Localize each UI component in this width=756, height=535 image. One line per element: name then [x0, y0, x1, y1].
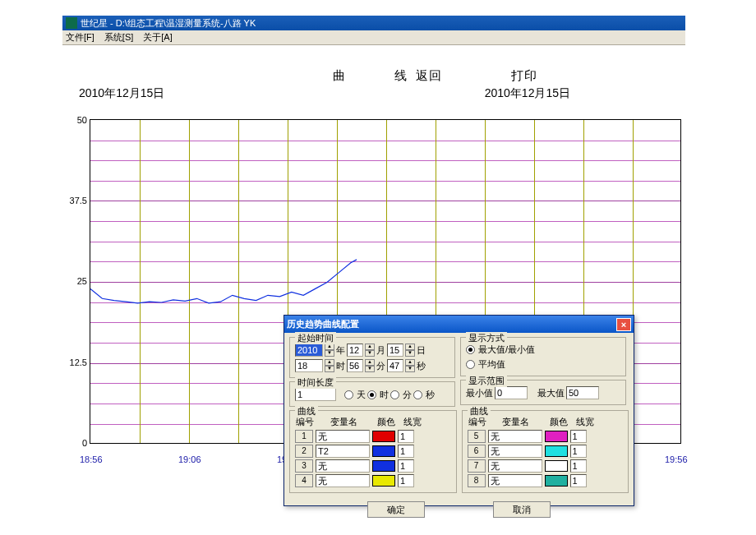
- curve-width-input[interactable]: [398, 459, 414, 473]
- col-width: 线宽: [400, 416, 425, 428]
- day-label: 日: [417, 344, 426, 357]
- min-spinner[interactable]: ▲▼: [365, 359, 375, 372]
- curve-row: 1: [295, 430, 451, 443]
- curve-id-button[interactable]: 5: [468, 430, 486, 443]
- cancel-button[interactable]: 取消: [493, 501, 551, 518]
- sec-input[interactable]: [387, 359, 403, 372]
- curve-id-button[interactable]: 1: [295, 430, 313, 443]
- hour-input[interactable]: [295, 359, 323, 372]
- unit-day-label: 天: [357, 389, 366, 401]
- curves-left-group: 曲线 编号 变量名 颜色 线宽 1234: [289, 410, 457, 493]
- curve-var-input[interactable]: [488, 430, 542, 443]
- curve-color-swatch[interactable]: [545, 460, 568, 472]
- window-title: 世纪星 - D:\组态工程\温湿测量系统-八路 YK: [81, 17, 256, 30]
- start-time-group: 起始时间 ▲▼ 年 ▲▼ 月 ▲▼ 日 ▲▼ 时 ▲▼: [289, 337, 455, 378]
- header-buttons: 返回 打印: [350, 68, 537, 84]
- curve-row: 3: [295, 459, 451, 473]
- display-mode-group: 显示方式 最大值/最小值 平均值: [460, 337, 626, 376]
- curve-width-input[interactable]: [570, 474, 587, 487]
- curve-id-button[interactable]: 6: [468, 445, 486, 458]
- menu-file[interactable]: 文件[F]: [66, 31, 94, 44]
- app-icon: [66, 17, 77, 29]
- date-right: 2010年12月15日: [485, 86, 570, 101]
- curves-right-group: 曲线 编号 变量名 颜色 线宽 5678: [462, 410, 629, 493]
- display-range-legend: 显示范围: [466, 375, 507, 387]
- min-label: 分: [376, 360, 385, 372]
- year-label: 年: [336, 344, 345, 357]
- titlebar: 世纪星 - D:\组态工程\温湿测量系统-八路 YK: [62, 16, 685, 30]
- curve-width-input[interactable]: [398, 445, 414, 458]
- curve-var-input[interactable]: [316, 430, 370, 443]
- curves-header-r: 编号 变量名 颜色 线宽: [468, 416, 624, 428]
- curve-width-input[interactable]: [398, 430, 414, 443]
- col-color: 颜色: [372, 416, 400, 428]
- curve-width-input[interactable]: [570, 445, 587, 458]
- unit-sec-radio[interactable]: [413, 390, 422, 399]
- min-input[interactable]: [347, 359, 363, 372]
- curve-width-input[interactable]: [570, 459, 587, 473]
- curve-id-button[interactable]: 7: [468, 459, 486, 473]
- dialog-titlebar: 历史趋势曲线配置 ×: [284, 316, 634, 333]
- month-spinner[interactable]: ▲▼: [365, 344, 375, 357]
- curves-header: 编号 变量名 颜色 线宽: [295, 416, 451, 428]
- curves-legend-r: 曲线: [468, 405, 491, 417]
- menu-system[interactable]: 系统[S]: [104, 31, 133, 44]
- curve-row: 2: [295, 445, 451, 458]
- unit-min-radio[interactable]: [390, 390, 399, 399]
- month-input[interactable]: [347, 344, 363, 357]
- max-input[interactable]: [566, 386, 599, 399]
- col-width: 线宽: [573, 416, 597, 428]
- curve-var-input[interactable]: [488, 445, 542, 458]
- curve-color-swatch[interactable]: [372, 445, 395, 457]
- day-input[interactable]: [387, 344, 403, 357]
- ok-button[interactable]: 确定: [367, 501, 425, 518]
- display-mode-legend: 显示方式: [466, 332, 507, 344]
- dialog-buttons: 确定 取消: [289, 501, 629, 518]
- curve-color-swatch[interactable]: [372, 431, 395, 442]
- col-id: 编号: [295, 416, 315, 428]
- avg-label: 平均值: [478, 358, 505, 371]
- print-button[interactable]: 打印: [511, 68, 537, 84]
- curve-id-button[interactable]: 8: [468, 474, 486, 487]
- curve-var-input[interactable]: [316, 474, 370, 487]
- back-button[interactable]: 返回: [416, 68, 442, 84]
- year-input[interactable]: [295, 344, 323, 357]
- day-spinner[interactable]: ▲▼: [405, 344, 415, 357]
- curve-color-swatch[interactable]: [372, 460, 395, 472]
- menu-about[interactable]: 关于[A]: [143, 31, 172, 44]
- curve-width-input[interactable]: [570, 430, 587, 443]
- config-dialog: 历史趋势曲线配置 × 起始时间 ▲▼ 年 ▲▼ 月 ▲▼ 日: [284, 315, 634, 506]
- curve-id-button[interactable]: 4: [295, 474, 313, 487]
- year-spinner[interactable]: ▲▼: [325, 344, 334, 357]
- curve-color-swatch[interactable]: [545, 475, 568, 487]
- x-tick: 18:56: [80, 454, 103, 464]
- curve-width-input[interactable]: [398, 474, 414, 487]
- hour-spinner[interactable]: ▲▼: [325, 359, 334, 372]
- curve-id-button[interactable]: 2: [295, 445, 313, 458]
- y-tick: 37.5: [62, 196, 87, 205]
- maxmin-label: 最大值/最小值: [478, 344, 535, 356]
- unit-day-radio[interactable]: [344, 390, 353, 399]
- curve-color-swatch[interactable]: [545, 431, 568, 442]
- dialog-body: 起始时间 ▲▼ 年 ▲▼ 月 ▲▼ 日 ▲▼ 时 ▲▼: [284, 333, 634, 522]
- curve-var-input[interactable]: [488, 459, 542, 473]
- curve-id-button[interactable]: 3: [295, 459, 313, 473]
- sec-spinner[interactable]: ▲▼: [405, 359, 415, 372]
- curve-color-swatch[interactable]: [545, 445, 568, 457]
- min-input[interactable]: [495, 386, 528, 399]
- curve-color-swatch[interactable]: [372, 475, 395, 487]
- close-icon[interactable]: ×: [616, 318, 631, 331]
- maxmin-radio[interactable]: [466, 345, 475, 354]
- curve-var-input[interactable]: [488, 474, 542, 487]
- time-length-legend: 时间长度: [295, 376, 336, 389]
- y-tick: 0: [62, 438, 87, 448]
- y-tick: 25: [62, 276, 87, 286]
- curve-var-input[interactable]: [316, 459, 370, 473]
- avg-radio[interactable]: [466, 360, 475, 369]
- length-input[interactable]: [295, 388, 336, 401]
- curve-row: 8: [468, 474, 624, 487]
- unit-sec-label: 秒: [426, 389, 435, 401]
- curve-var-input[interactable]: [316, 445, 370, 458]
- unit-hour-radio[interactable]: [367, 390, 376, 399]
- x-tick: 19:56: [665, 454, 688, 464]
